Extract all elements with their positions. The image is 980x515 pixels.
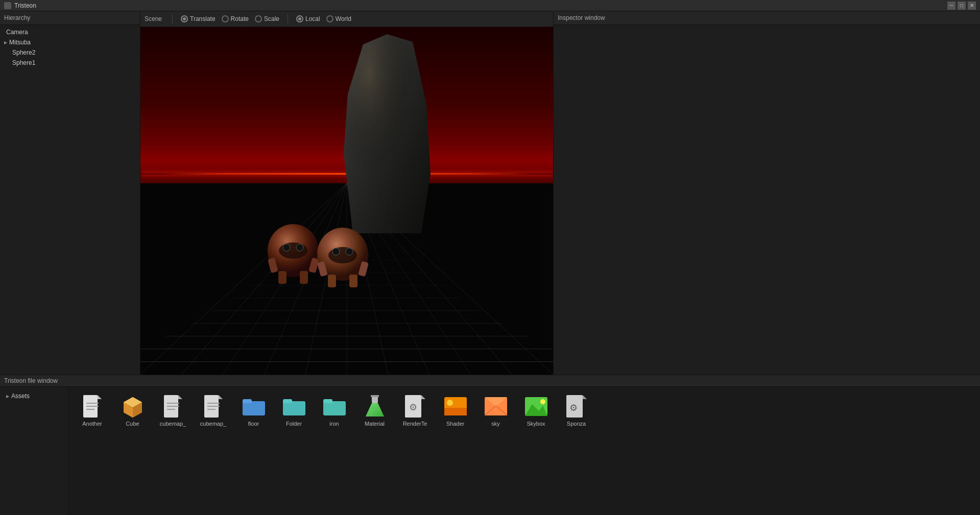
rock-svg [339, 34, 436, 233]
file-window-content: ▶ Assets [0, 387, 980, 515]
assets-arrow-icon: ▶ [6, 394, 9, 399]
rotate-radio[interactable]: Rotate [222, 15, 249, 22]
assets-item[interactable]: ▶ Assets [4, 391, 64, 401]
skybox-label: Skybox [527, 421, 545, 427]
svg-rect-64 [283, 399, 292, 403]
hierarchy-item-sphere2[interactable]: Sphere2 [0, 47, 140, 58]
floor-icon [242, 394, 266, 419]
shader-label: Shader [446, 421, 464, 427]
file-item-skybox[interactable]: Skybox [517, 391, 555, 430]
cubemap1-icon [161, 394, 185, 419]
scene-panel: Scene Translate Rotate Scale [140, 11, 554, 375]
file-item-floor[interactable]: floor [234, 391, 273, 430]
svg-rect-63 [283, 401, 305, 415]
world-label: World [336, 15, 351, 22]
svg-marker-24 [344, 34, 431, 233]
file-item-cube[interactable]: Cube [113, 391, 152, 430]
sky-icon [484, 394, 508, 419]
mitsuba-arrow: ▶ [4, 40, 7, 45]
space-mode-group: Local World [296, 15, 351, 22]
inspector-header: Inspector window [554, 11, 980, 25]
scene-header-label: Scene [145, 15, 162, 22]
file-item-cubemap1[interactable]: cubemap_ [154, 391, 192, 430]
cube-icon [121, 394, 145, 419]
sky-label: sky [491, 421, 500, 427]
minimize-button[interactable]: ─ [947, 2, 955, 10]
world-radio[interactable]: World [326, 15, 351, 22]
svg-marker-51 [178, 395, 182, 399]
file-window-header: Tristeon file window [0, 375, 980, 387]
cubemap2-label: cubemap_ [200, 421, 226, 427]
svg-rect-40 [349, 275, 357, 287]
folder-label: Folder [286, 421, 302, 427]
scale-radio-circle [255, 15, 262, 22]
svg-point-74 [447, 400, 453, 406]
restore-button[interactable]: □ [958, 2, 966, 10]
hierarchy-item-camera[interactable]: Camera [0, 27, 140, 37]
character-2 [314, 224, 372, 291]
another-label: Another [82, 421, 102, 427]
hierarchy-item-sphere1[interactable]: Sphere1 [0, 58, 140, 68]
file-item-another[interactable]: Another [73, 391, 111, 430]
window-controls: ─ □ ✕ [947, 2, 976, 10]
translate-radio-circle [181, 15, 188, 22]
translate-radio[interactable]: Translate [181, 15, 216, 22]
svg-point-81 [540, 399, 545, 404]
file-item-shader[interactable]: Shader [436, 391, 474, 430]
material-icon [363, 394, 387, 419]
sponza-label: Sponza [567, 421, 586, 427]
iron-icon [322, 394, 347, 419]
svg-rect-31 [278, 271, 286, 284]
character-2-svg [314, 224, 372, 290]
svg-text:⚙: ⚙ [569, 403, 578, 413]
floor-label: floor [248, 421, 259, 427]
svg-rect-32 [300, 271, 308, 284]
local-label: Local [305, 15, 320, 22]
svg-rect-62 [243, 399, 252, 403]
app-title-area: Tristeon [4, 2, 36, 9]
file-window-panel: Tristeon file window ▶ Assets [0, 375, 980, 515]
svg-rect-68 [371, 395, 379, 397]
cubemap1-label: cubemap_ [160, 421, 186, 427]
app-title: Tristeon [14, 2, 36, 9]
local-radio[interactable]: Local [296, 15, 320, 22]
hierarchy-header: Hierarchy [0, 11, 140, 25]
mitsuba-label: Mitsuba [9, 39, 31, 46]
hierarchy-item-mitsuba[interactable]: ▶ Mitsuba [0, 37, 140, 47]
app-icon [4, 2, 11, 9]
svg-point-36 [346, 248, 353, 255]
sponza-icon: ⚙ [564, 394, 589, 419]
file-item-renderte[interactable]: ⚙ RenderTe [396, 391, 434, 430]
scene-toolbar: Scene Translate Rotate Scale [140, 11, 553, 27]
scene-viewport[interactable] [140, 27, 553, 375]
assets-sidebar: ▶ Assets [0, 387, 69, 515]
folder-icon [282, 394, 306, 419]
file-item-cubemap2[interactable]: cubemap_ [194, 391, 232, 430]
file-item-material[interactable]: Material [355, 391, 394, 430]
inspector-panel: Inspector window [554, 11, 980, 375]
another-icon [80, 394, 105, 419]
assets-label: Assets [11, 393, 30, 400]
titlebar: Tristeon ─ □ ✕ [0, 0, 980, 11]
sphere1-label: Sphere1 [12, 59, 35, 66]
svg-rect-73 [444, 408, 467, 415]
svg-marker-70 [421, 395, 425, 399]
svg-marker-42 [98, 395, 102, 399]
file-grid: Another Cube [69, 387, 980, 515]
skybox-icon [524, 394, 548, 419]
toolbar-divider-2 [288, 14, 288, 23]
close-button[interactable]: ✕ [968, 2, 976, 10]
hierarchy-panel: Hierarchy Camera ▶ Mitsuba Sphere2 Spher… [0, 11, 140, 375]
scale-radio[interactable]: Scale [255, 15, 279, 22]
file-item-folder[interactable]: Folder [275, 391, 313, 430]
main-layout: Hierarchy Camera ▶ Mitsuba Sphere2 Spher… [0, 11, 980, 515]
file-item-sky[interactable]: sky [476, 391, 515, 430]
scale-label: Scale [264, 15, 279, 22]
file-item-sponza[interactable]: ⚙ Sponza [557, 391, 595, 430]
top-area: Hierarchy Camera ▶ Mitsuba Sphere2 Spher… [0, 11, 980, 375]
file-item-iron[interactable]: iron [315, 391, 353, 430]
renderte-label: RenderTe [403, 421, 427, 427]
svg-point-34 [328, 247, 357, 263]
shader-icon [443, 394, 468, 419]
svg-point-26 [279, 242, 307, 259]
